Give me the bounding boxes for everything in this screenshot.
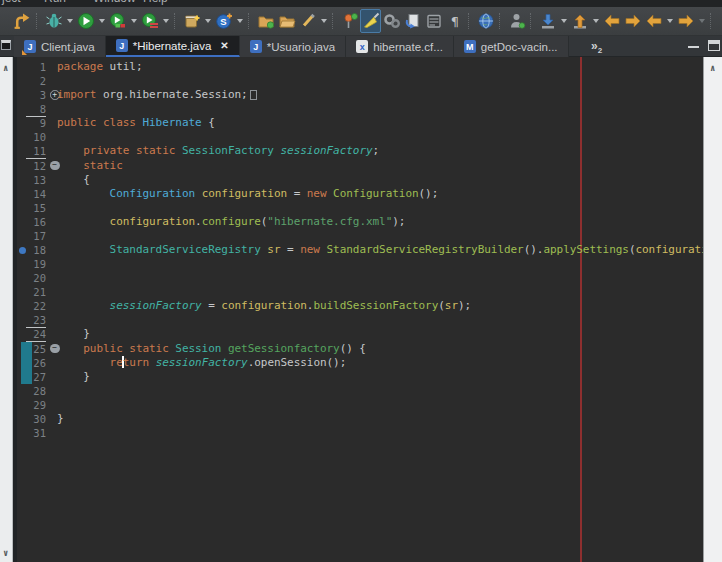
forward-arrow2-icon[interactable] [675,9,696,33]
code-line-12[interactable]: 12− static [17,159,703,173]
code-line-16[interactable]: 16 configuration.configure("hibernate.cf… [17,215,703,229]
paragraph-icon[interactable]: ¶ [444,9,465,33]
tab-getdoc-vacin-[interactable]: MgetDoc-vacin... [454,36,569,57]
minimize-pane-icon[interactable] [688,46,699,48]
line-number[interactable]: 24 [26,327,46,342]
close-tab-icon[interactable]: ✕ [220,40,228,51]
code-line-25[interactable]: 25− public static Session getSessionfact… [17,342,703,356]
bookmark-dot-icon[interactable] [19,247,26,254]
dropdown-caret-icon[interactable] [590,9,601,33]
page-refresh-icon[interactable] [402,9,423,33]
form-grid-icon[interactable] [423,9,444,33]
line-number[interactable]: 8 [26,102,46,117]
download-icon[interactable] [537,9,558,33]
docked-pane-icon[interactable] [1,40,11,50]
dropdown-caret-icon[interactable] [696,9,707,33]
code-line-17[interactable]: 17 [17,229,703,243]
forward-arrow-icon[interactable] [622,9,643,33]
line-number[interactable]: 13 [26,173,46,187]
code-line-8[interactable]: 8 [17,102,703,116]
debug-bug-icon[interactable] [43,9,64,33]
code-line-18[interactable]: 18 StandardServiceRegistry sr = new Stan… [17,243,703,257]
code-line-15[interactable]: 15 [17,201,703,215]
deploy-jar-icon[interactable] [181,9,202,33]
tab--hibernate-java[interactable]: J*Hibernate.java✕ [106,36,240,57]
editor-scrollbar[interactable]: ∧ [703,57,722,562]
code-line-9[interactable]: 9public class Hibernate { [17,116,703,130]
run-play-icon[interactable] [75,9,96,33]
open-file-folder-icon[interactable] [276,9,297,33]
dropdown-caret-icon[interactable] [558,9,569,33]
open-project-folder-icon[interactable] [255,9,276,33]
line-number[interactable]: 10 [26,130,46,144]
pin-icon[interactable] [339,9,360,33]
dropdown-caret-icon[interactable] [664,9,675,33]
dropdown-caret-icon[interactable] [234,9,245,33]
line-number[interactable]: 12 [26,159,46,173]
tab-client-java[interactable]: JClient.java [14,36,106,57]
code-line-1[interactable]: 1package util; [17,60,703,74]
code-line-29[interactable]: 29 [17,398,703,412]
code-line-20[interactable]: 20 [17,271,703,285]
tab--usuario-java[interactable]: J*Usuario.java [240,36,346,57]
back-arrow-icon[interactable] [601,9,622,33]
line-number[interactable]: 1 [26,60,46,74]
code-line-30[interactable]: 30} [17,412,703,426]
tab-overflow-button[interactable]: »2 [591,39,602,55]
brush-icon[interactable] [360,9,381,33]
code-line-10[interactable]: 10 [17,130,703,144]
menu-item-ject[interactable]: ject [2,0,21,5]
code-line-28[interactable]: 28 [17,384,703,398]
edit-pencil-icon[interactable] [297,9,318,33]
upload-icon[interactable] [569,9,590,33]
service-ball-icon[interactable]: S [213,9,234,33]
line-number[interactable]: 25 [26,342,46,356]
tab-hibernate-cf-[interactable]: xhibernate.cf... [346,36,454,57]
line-number[interactable]: 9 [26,116,46,130]
dropdown-caret-icon[interactable] [318,9,329,33]
code-line-31[interactable]: 31 [17,426,703,440]
line-number[interactable]: 14 [26,187,46,201]
gears-icon[interactable] [381,9,402,33]
scroll-down-icon[interactable]: ∨ [3,548,8,558]
code-line-26[interactable]: 26 return sessionFactory.openSession(); [17,356,703,370]
line-number[interactable]: 23 [26,313,46,328]
line-number[interactable]: 30 [26,412,46,426]
code-line-3[interactable]: 3+import org.hibernate.Session; [17,88,703,102]
scroll-up-icon[interactable]: ∧ [710,63,715,73]
line-number[interactable]: 28 [26,384,46,398]
line-number[interactable]: 21 [26,285,46,299]
globe-icon[interactable] [475,9,496,33]
line-number[interactable]: 15 [26,201,46,215]
code-line-21[interactable]: 21 [17,285,703,299]
scroll-up-icon[interactable]: ∧ [3,63,8,73]
menu-item-run[interactable]: Run [44,0,66,5]
code-line-27[interactable]: 27 } [17,370,703,384]
code-editor[interactable]: 1package util;23+import org.hibernate.Se… [17,57,703,562]
line-number[interactable]: 27 [26,370,46,384]
dropdown-caret-icon[interactable] [128,9,139,33]
menu-item-help[interactable]: Help [143,0,168,5]
code-line-2[interactable]: 2 [17,74,703,88]
profile-play-icon[interactable] [139,9,160,33]
line-number[interactable]: 19 [26,257,46,271]
code-line-22[interactable]: 22 sessionFactory = configuration.buildS… [17,299,703,313]
dropdown-caret-icon[interactable] [160,9,171,33]
line-number[interactable]: 11 [26,144,46,159]
line-number[interactable]: 2 [26,74,46,88]
code-line-24[interactable]: 24 } [17,327,703,341]
dropdown-caret-icon[interactable] [202,9,213,33]
line-number[interactable]: 3 [26,88,46,102]
line-number[interactable]: 17 [26,229,46,243]
code-line-13[interactable]: 13 { [17,173,703,187]
line-number[interactable]: 16 [26,215,46,229]
code-line-19[interactable]: 19 [17,257,703,271]
left-scrollbar[interactable]: ∧ ∨ [0,57,13,562]
line-number[interactable]: 31 [26,426,46,440]
folded-code-placeholder[interactable] [250,90,257,100]
dropdown-caret-icon[interactable] [96,9,107,33]
menu-item-window[interactable]: Window [93,0,136,5]
line-number[interactable]: 22 [26,299,46,313]
line-number[interactable]: 26 [26,356,46,370]
redo-arrow-icon[interactable] [12,9,33,33]
